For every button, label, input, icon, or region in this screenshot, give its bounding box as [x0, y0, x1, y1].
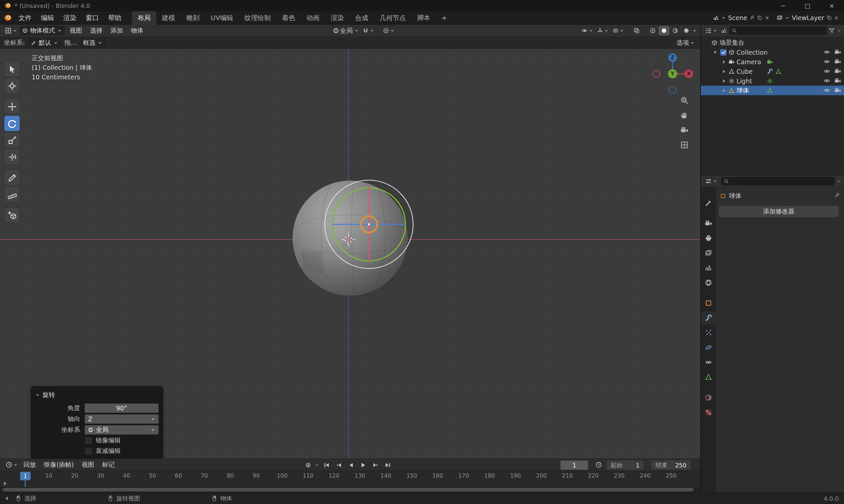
tool-cursor[interactable] — [4, 78, 20, 93]
tool-measure[interactable] — [4, 187, 20, 202]
object-type-visibility-dropdown[interactable] — [580, 28, 595, 34]
play-button[interactable] — [359, 461, 368, 470]
tool-options-dropdown[interactable]: 选项 — [675, 38, 696, 47]
viewport-menu[interactable]: 物体 — [127, 26, 148, 35]
properties-tab-scene[interactable] — [702, 261, 716, 274]
blender-menu-button[interactable] — [4, 14, 12, 22]
workspace-tab[interactable]: 动画 — [301, 11, 325, 25]
properties-tab-constraints[interactable] — [702, 356, 716, 369]
timeline-scrollbar[interactable] — [0, 487, 700, 492]
ruler-tick[interactable]: 40 — [118, 472, 135, 479]
3d-viewport[interactable]: 正交前视图 (1) Collection | 球体 10 Centimeters… — [0, 49, 700, 458]
ruler-tick[interactable]: 140 — [378, 472, 394, 479]
topbar-menu[interactable]: 帮助 — [104, 14, 126, 22]
ruler-tick[interactable]: 150 — [403, 472, 420, 479]
show-overlays-toggle[interactable] — [611, 28, 626, 34]
toggle-ortho-button[interactable] — [678, 139, 690, 151]
ruler-tick[interactable]: 220 — [585, 472, 601, 479]
outliner-row-camera[interactable]: Camera — [701, 57, 844, 67]
angle-field[interactable]: 90° — [85, 403, 159, 413]
pin-icon[interactable] — [750, 15, 755, 20]
tool-add-cube[interactable] — [4, 208, 20, 223]
ruler-tick[interactable]: 160 — [430, 472, 446, 479]
play-reverse-button[interactable] — [346, 461, 356, 470]
shading-wireframe-button[interactable] — [648, 26, 658, 35]
unlink-scene-icon[interactable]: × — [764, 15, 769, 21]
ruler-tick[interactable]: 60 — [170, 472, 187, 479]
properties-tab-texture[interactable] — [702, 406, 716, 419]
topbar-menu[interactable]: 编辑 — [36, 14, 59, 22]
workspace-tab[interactable]: UV编辑 — [205, 11, 239, 25]
xray-toggle[interactable] — [631, 26, 642, 35]
timeline-editor-type-button[interactable] — [4, 462, 19, 468]
proportional-editing-toggle[interactable] — [381, 28, 396, 34]
operator-panel-header[interactable]: 旋转 — [31, 389, 163, 402]
disclosure-icon[interactable] — [721, 88, 727, 93]
disable-in-renders-toggle[interactable] — [834, 58, 841, 65]
shading-solid-button[interactable] — [659, 26, 669, 35]
properties-editor-type-button[interactable] — [704, 178, 719, 184]
scrollbar-thumb[interactable] — [3, 488, 694, 491]
pin-icon[interactable] — [834, 192, 840, 198]
add-modifier-button[interactable]: 添加修改器 — [719, 205, 839, 217]
ruler-tick[interactable]: 90 — [248, 472, 264, 479]
pan-button[interactable] — [678, 109, 690, 121]
tool-move[interactable] — [4, 99, 20, 114]
ruler-tick[interactable]: 10 — [40, 472, 57, 479]
disable-in-renders-toggle[interactable] — [834, 68, 841, 74]
workspace-tab[interactable]: 几何节点 — [374, 11, 411, 25]
properties-tab-view-layer[interactable] — [702, 247, 716, 259]
ruler-tick[interactable]: 20 — [67, 472, 83, 479]
properties-tab-render[interactable] — [702, 217, 716, 230]
workspace-tab[interactable]: 合成 — [349, 11, 374, 25]
axis-minus-x-ball[interactable] — [653, 71, 660, 77]
ruler-tick[interactable]: 250 — [663, 472, 679, 479]
chevron-down-icon[interactable] — [837, 179, 841, 183]
current-frame-field[interactable]: 1 — [561, 461, 588, 470]
ruler-tick[interactable]: 100 — [274, 472, 291, 479]
outliner-editor-type-button[interactable] — [704, 28, 719, 34]
properties-tab-object[interactable] — [702, 296, 716, 310]
ruler-tick[interactable]: 30 — [92, 472, 109, 479]
display-mode-icon[interactable] — [721, 28, 727, 34]
chevron-down-icon[interactable] — [314, 463, 319, 467]
hide-in-viewport-toggle[interactable] — [824, 68, 830, 74]
ruler-tick[interactable]: 230 — [611, 472, 627, 479]
ruler-tick[interactable]: 80 — [222, 472, 238, 479]
statusbar-expand-icon[interactable] — [5, 497, 8, 500]
outliner-row-cube[interactable]: Cube — [701, 67, 844, 76]
jump-to-start-button[interactable] — [322, 461, 331, 470]
properties-search-input[interactable] — [721, 177, 835, 185]
sphere-object[interactable] — [292, 181, 408, 296]
shading-rendered-button[interactable] — [681, 26, 692, 35]
outliner-row-light[interactable]: Light — [701, 76, 844, 86]
zoom-button[interactable] — [678, 94, 690, 106]
ruler-tick[interactable]: 120 — [326, 472, 342, 479]
properties-tab-material[interactable] — [702, 391, 716, 404]
frame-end-field[interactable]: 结束 250 — [652, 461, 690, 470]
workspace-tab[interactable]: 雕刻 — [181, 11, 205, 25]
hide-in-viewport-toggle[interactable] — [824, 58, 830, 65]
workspace-tab[interactable]: 渲染 — [325, 11, 349, 25]
disclosure-icon[interactable] — [721, 69, 727, 74]
ruler-tick[interactable]: 130 — [352, 472, 368, 479]
outliner-search-input[interactable] — [729, 26, 827, 35]
show-gizmo-toggle[interactable] — [596, 28, 610, 34]
collection-checkbox[interactable] — [720, 49, 727, 56]
add-workspace-button[interactable]: + — [436, 14, 453, 22]
disclosure-icon[interactable] — [721, 59, 727, 65]
playhead[interactable]: 1 — [20, 472, 31, 480]
outliner-row-collection[interactable]: Collection — [701, 48, 844, 57]
camera-view-button[interactable] — [678, 124, 690, 136]
filter-icon[interactable] — [829, 28, 835, 34]
checkbox[interactable] — [85, 437, 92, 444]
disclosure-icon[interactable] — [721, 78, 727, 84]
shading-material-button[interactable] — [670, 26, 681, 35]
checkbox[interactable] — [85, 447, 92, 455]
tool-scale[interactable] — [4, 132, 20, 148]
timeline-ruler[interactable]: 1 10203040506070809010011012013014015016… — [0, 471, 700, 487]
outliner-row-sphere[interactable]: 球体 — [701, 86, 844, 95]
properties-tab-modifiers[interactable] — [701, 311, 716, 324]
axis-minus-z-ball[interactable] — [669, 87, 676, 93]
previous-keyframe-button[interactable] — [334, 461, 344, 470]
